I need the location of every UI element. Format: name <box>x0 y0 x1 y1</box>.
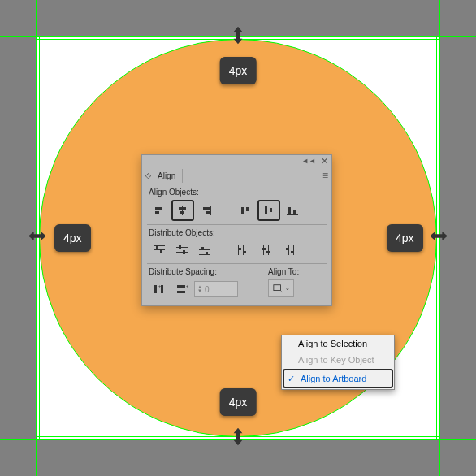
svg-rect-38 <box>288 245 289 255</box>
svg-rect-23 <box>176 252 188 253</box>
svg-rect-11 <box>246 207 249 211</box>
distribute-top-button[interactable] <box>149 240 170 260</box>
margin-badge-bottom: 4px <box>220 388 257 416</box>
svg-rect-1 <box>155 207 162 210</box>
check-icon: ✓ <box>288 374 295 384</box>
svg-rect-3 <box>182 206 183 215</box>
svg-rect-30 <box>238 245 239 255</box>
svg-rect-37 <box>266 251 270 253</box>
svg-rect-35 <box>268 245 269 255</box>
panel-menu-icon[interactable]: ≡ <box>322 170 328 181</box>
align-objects-label: Align Objects: <box>149 188 325 197</box>
svg-rect-15 <box>287 214 298 215</box>
svg-rect-9 <box>240 206 251 206</box>
margin-badge-left: 4px <box>54 224 91 252</box>
distribute-spacing-label: Distribute Spacing: <box>149 267 268 276</box>
svg-rect-41 <box>291 251 293 253</box>
distribute-objects-label: Distribute Objects: <box>149 228 325 237</box>
align-bottom-button[interactable] <box>282 201 303 220</box>
svg-rect-31 <box>243 245 244 255</box>
svg-text:+: + <box>158 283 162 288</box>
svg-rect-32 <box>239 248 241 250</box>
close-icon[interactable]: ✕ <box>321 156 328 167</box>
distribute-bottom-button[interactable] <box>194 240 215 260</box>
panel-header: ◄◄ ✕ <box>142 155 331 167</box>
margin-arrow-vertical-icon <box>227 25 249 50</box>
distribute-right-button[interactable] <box>279 240 300 260</box>
svg-rect-45 <box>177 285 185 288</box>
distribute-left-button[interactable] <box>233 240 254 260</box>
svg-rect-6 <box>210 206 211 215</box>
svg-rect-18 <box>154 245 165 246</box>
vertical-distribute-space-button[interactable]: + <box>149 279 170 299</box>
svg-rect-29 <box>206 252 208 254</box>
align-to-dropdown[interactable]: ⌄ <box>268 279 294 297</box>
svg-rect-8 <box>206 211 210 214</box>
svg-rect-36 <box>262 248 266 250</box>
svg-rect-39 <box>293 245 294 255</box>
svg-rect-5 <box>180 211 184 214</box>
panel-tabs: ◇ Align ≡ <box>142 167 331 184</box>
collapse-icon[interactable]: ◄◄ <box>301 157 316 165</box>
svg-text:+: + <box>186 283 188 288</box>
tab-align[interactable]: Align <box>151 169 183 183</box>
margin-badge-right: 4px <box>387 224 423 252</box>
margin-arrow-horizontal-icon <box>27 226 48 251</box>
svg-rect-10 <box>241 207 244 214</box>
svg-rect-17 <box>293 210 296 214</box>
horizontal-distribute-space-button[interactable]: + <box>171 279 193 299</box>
svg-rect-7 <box>203 207 210 210</box>
svg-rect-14 <box>270 208 272 212</box>
svg-rect-28 <box>201 247 204 249</box>
align-left-button[interactable] <box>149 201 170 220</box>
align-top-button[interactable] <box>235 201 256 220</box>
align-to-menu: Align to Selection Align to Key Object ✓… <box>281 335 395 390</box>
svg-rect-22 <box>176 247 188 248</box>
svg-rect-24 <box>179 245 181 249</box>
svg-rect-46 <box>177 291 185 293</box>
align-panel: ◄◄ ✕ ◇ Align ≡ Align Objects: Distribute… <box>141 154 332 306</box>
distribute-horizontal-center-button[interactable] <box>256 240 277 260</box>
svg-rect-33 <box>244 251 246 253</box>
svg-rect-21 <box>160 250 162 253</box>
align-right-button[interactable] <box>196 201 217 220</box>
svg-rect-20 <box>156 246 158 249</box>
svg-rect-19 <box>154 249 165 250</box>
align-to-selection-item[interactable]: Align to Selection <box>282 335 394 352</box>
margin-arrow-horizontal-icon <box>428 226 449 251</box>
align-horizontal-center-button[interactable] <box>171 200 194 221</box>
svg-rect-42 <box>154 285 157 293</box>
svg-rect-48 <box>274 285 281 291</box>
distribute-vertical-center-button[interactable] <box>171 240 193 260</box>
align-to-artboard-item[interactable]: ✓Align to Artboard <box>283 369 393 388</box>
svg-rect-4 <box>179 207 186 210</box>
svg-rect-16 <box>288 207 291 214</box>
svg-rect-13 <box>265 206 267 214</box>
svg-rect-25 <box>183 250 185 254</box>
panel-icon: ◇ <box>145 171 151 180</box>
margin-badge-top: 4px <box>220 57 257 84</box>
svg-rect-27 <box>199 254 210 255</box>
svg-rect-2 <box>155 211 159 214</box>
align-vertical-center-button[interactable] <box>257 200 280 221</box>
svg-rect-0 <box>154 206 154 215</box>
align-to-key-object-item: Align to Key Object <box>282 352 394 368</box>
svg-rect-26 <box>199 249 210 250</box>
spacing-value-input[interactable]: ▲▼0 <box>194 281 238 297</box>
align-to-label: Align To: <box>268 267 325 276</box>
svg-rect-40 <box>286 248 288 250</box>
margin-arrow-vertical-icon <box>227 426 249 452</box>
